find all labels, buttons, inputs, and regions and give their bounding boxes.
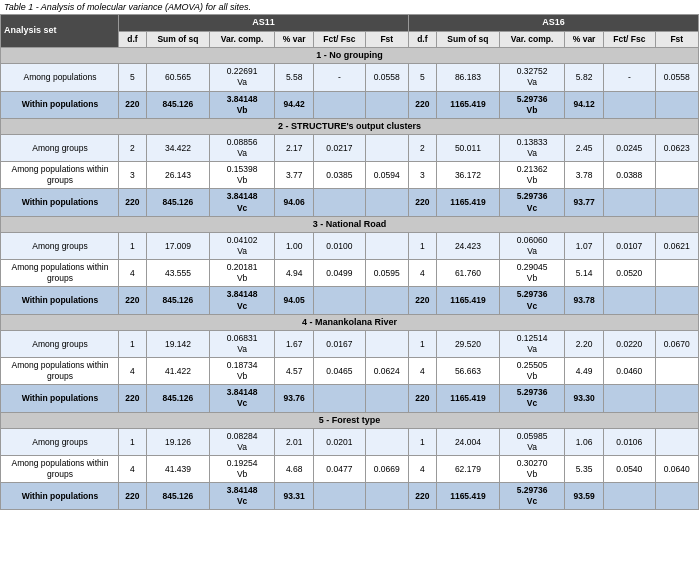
cell-as11-varcomp-s3-0: 0.04102 Va [210,233,275,260]
cell-as11-sumsq-s2-1: 26.143 [146,162,209,189]
cell-as11-sumsq-s5-2: 845.126 [146,483,209,510]
col-pvar-as16: % var [565,31,604,47]
col-as16: AS16 [408,15,698,32]
cell-as16-fctfsc-s2-0: 0.0245 [604,135,655,162]
cell-as16-fst-s1-1 [655,91,698,118]
cell-as16-sumsq-s4-2: 1165.419 [436,385,499,412]
cell-as16-fst-s3-2 [655,287,698,314]
cell-as11-varcomp-s1-0: 0.22691 Va [210,64,275,91]
cell-as11-varcomp-s3-2: 3.84148 Vc [210,287,275,314]
cell-as16-df-s3-1: 4 [408,260,436,287]
cell-as11-fctfsc-s1-1 [314,91,365,118]
cell-as16-fctfsc-s4-0: 0.0220 [604,331,655,358]
cell-as16-pvar-s5-0: 1.06 [565,429,604,456]
cell-as16-pvar-s3-1: 5.14 [565,260,604,287]
cell-as16-fst-s1-0: 0.0558 [655,64,698,91]
cell-as16-pvar-s4-1: 4.49 [565,358,604,385]
cell-as16-fst-s4-0: 0.0670 [655,331,698,358]
cell-as11-sumsq-s2-0: 34.422 [146,135,209,162]
cell-as11-fst-s2-2 [365,189,408,216]
cell-as11-fst-s5-1: 0.0669 [365,456,408,483]
cell-as16-df-s5-0: 1 [408,429,436,456]
cell-as16-fst-s3-1 [655,260,698,287]
cell-as11-varcomp-s3-1: 0.20181 Vb [210,260,275,287]
cell-as16-df-s1-1: 220 [408,91,436,118]
cell-as11-varcomp-s4-1: 0.18734 Vb [210,358,275,385]
cell-as16-fst-s2-1 [655,162,698,189]
col-df-as16: d.f [408,31,436,47]
cell-as16-fctfsc-s5-2 [604,483,655,510]
cell-as11-fst-s5-2 [365,483,408,510]
cell-as16-fctfsc-s5-1: 0.0540 [604,456,655,483]
cell-as16-df-s2-2: 220 [408,189,436,216]
source-cell-s4-2: Within populations [1,385,119,412]
cell-as16-pvar-s1-0: 5.82 [565,64,604,91]
col-varcomp-as16: Var. comp. [500,31,565,47]
col-sumsq-as16: Sum of sq [436,31,499,47]
cell-as11-fctfsc-s5-0: 0.0201 [314,429,365,456]
cell-as16-df-s5-2: 220 [408,483,436,510]
cell-as16-fctfsc-s3-2 [604,287,655,314]
cell-as11-fctfsc-s4-0: 0.0167 [314,331,365,358]
cell-as16-sumsq-s5-1: 62.179 [436,456,499,483]
cell-as11-df-s5-2: 220 [119,483,147,510]
cell-as16-sumsq-s3-1: 61.760 [436,260,499,287]
cell-as16-pvar-s2-1: 3.78 [565,162,604,189]
section-header-s1: 1 - No grouping [1,47,699,64]
cell-as16-fst-s2-2 [655,189,698,216]
cell-as11-fctfsc-s4-2 [314,385,365,412]
cell-as16-sumsq-s4-1: 56.663 [436,358,499,385]
cell-as16-varcomp-s2-0: 0.13833 Va [500,135,565,162]
cell-as11-fst-s4-2 [365,385,408,412]
col-as11: AS11 [119,15,409,32]
cell-as11-pvar-s4-2: 93.76 [275,385,314,412]
cell-as11-varcomp-s5-2: 3.84148 Vc [210,483,275,510]
cell-as16-varcomp-s3-1: 0.29045 Vb [500,260,565,287]
cell-as11-varcomp-s2-0: 0.08856 Va [210,135,275,162]
cell-as16-varcomp-s5-1: 0.30270 Vb [500,456,565,483]
source-cell-s3-0: Among groups [1,233,119,260]
cell-as11-varcomp-s2-2: 3.84148 Vc [210,189,275,216]
cell-as11-varcomp-s5-1: 0.19254 Vb [210,456,275,483]
cell-as16-fctfsc-s3-1: 0.0520 [604,260,655,287]
cell-as11-fst-s3-1: 0.0595 [365,260,408,287]
cell-as11-fst-s1-1 [365,91,408,118]
cell-as16-sumsq-s2-1: 36.172 [436,162,499,189]
cell-as11-sumsq-s3-2: 845.126 [146,287,209,314]
col-analysis-set: Analysis set [1,15,119,48]
cell-as16-fctfsc-s4-1: 0.0460 [604,358,655,385]
cell-as16-sumsq-s5-0: 24.004 [436,429,499,456]
col-fctfsc-as11: Fct/ Fsc [314,31,365,47]
cell-as16-fst-s2-0: 0.0623 [655,135,698,162]
cell-as11-pvar-s1-1: 94.42 [275,91,314,118]
section-header-s4: 4 - Manankolana River [1,314,699,331]
cell-as16-df-s2-1: 3 [408,162,436,189]
cell-as11-fst-s2-1: 0.0594 [365,162,408,189]
source-cell-s2-1: Among populations within groups [1,162,119,189]
cell-as11-sumsq-s1-0: 60.565 [146,64,209,91]
cell-as16-df-s3-0: 1 [408,233,436,260]
cell-as11-sumsq-s4-1: 41.422 [146,358,209,385]
cell-as11-pvar-s5-0: 2.01 [275,429,314,456]
cell-as16-fctfsc-s3-0: 0.0107 [604,233,655,260]
cell-as16-sumsq-s2-0: 50.011 [436,135,499,162]
cell-as11-fst-s2-0 [365,135,408,162]
col-df-as11: d.f [119,31,147,47]
cell-as11-pvar-s2-2: 94.06 [275,189,314,216]
cell-as11-pvar-s3-2: 94.05 [275,287,314,314]
cell-as16-fst-s4-1 [655,358,698,385]
cell-as11-fctfsc-s2-2 [314,189,365,216]
cell-as16-varcomp-s1-0: 0.32752 Va [500,64,565,91]
cell-as11-pvar-s3-1: 4.94 [275,260,314,287]
source-cell-s2-2: Within populations [1,189,119,216]
cell-as11-df-s1-1: 220 [119,91,147,118]
cell-as11-df-s5-0: 1 [119,429,147,456]
cell-as11-fst-s4-0 [365,331,408,358]
cell-as11-pvar-s1-0: 5.58 [275,64,314,91]
cell-as16-sumsq-s4-0: 29.520 [436,331,499,358]
cell-as11-varcomp-s4-0: 0.06831 Va [210,331,275,358]
cell-as16-fctfsc-s4-2 [604,385,655,412]
cell-as16-varcomp-s5-2: 5.29736 Vc [500,483,565,510]
cell-as16-df-s4-0: 1 [408,331,436,358]
cell-as16-pvar-s2-0: 2.45 [565,135,604,162]
